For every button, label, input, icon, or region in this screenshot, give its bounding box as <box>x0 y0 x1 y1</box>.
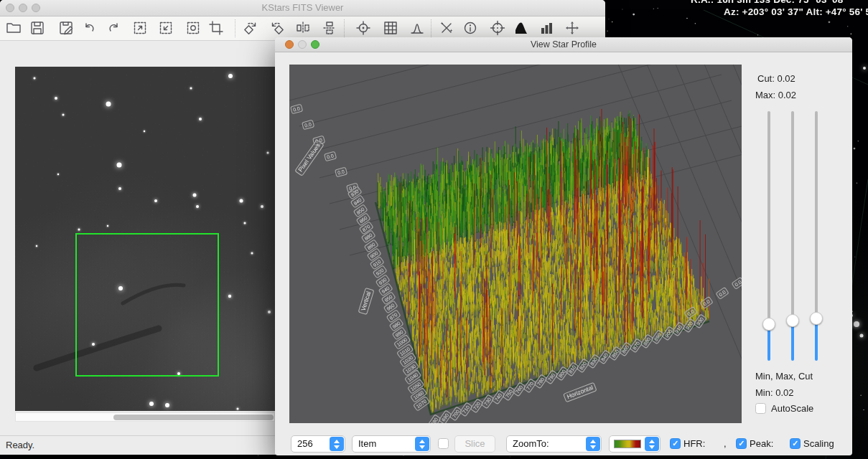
view-star-profile-window: View Star Profile 0.00.00.00.00.00.08308… <box>275 37 852 455</box>
zoomto-value: ZoomTo: <box>513 436 549 452</box>
autoscale-label: AutoScale <box>771 403 813 414</box>
item-value: Item <box>358 436 376 452</box>
star-selection-rectangle[interactable] <box>75 233 219 377</box>
peak-checkbox[interactable] <box>736 438 747 449</box>
spinbox-stepper[interactable] <box>330 437 344 451</box>
histogram-icon <box>513 20 529 36</box>
toolbar-separator <box>235 19 235 37</box>
horizontal-scrollbar[interactable] <box>15 412 275 422</box>
min-value-label: Min: 0.02 <box>755 387 793 398</box>
view-star-profile-button[interactable] <box>409 20 426 37</box>
slider-track <box>767 111 770 324</box>
center-telescope-button[interactable] <box>355 20 373 37</box>
zoom-out-icon <box>158 20 174 36</box>
star-profile-3d-plot[interactable]: 0.00.00.00.00.00.08308408508608708808909… <box>289 65 742 423</box>
slice-button[interactable]: Slice <box>454 435 495 453</box>
toolbar-separator <box>431 19 431 37</box>
save-as-button[interactable] <box>58 20 75 37</box>
scaling-label: Scaling <box>803 435 834 453</box>
zoom-in-button[interactable] <box>132 20 149 37</box>
rotate-left-button[interactable] <box>269 20 286 37</box>
step-up-icon <box>419 440 425 443</box>
center-telescope-icon <box>355 20 371 36</box>
statistics-icon <box>538 20 554 36</box>
sliders-caption: Min, Max, Cut <box>755 371 813 382</box>
rotate-right-button[interactable] <box>243 20 260 37</box>
zoom-out-button[interactable] <box>158 20 175 37</box>
slider-track <box>815 111 818 318</box>
sample-size-value: 256 <box>297 436 313 452</box>
view-pixel-grid-button[interactable] <box>383 20 400 37</box>
fits-image-view[interactable] <box>15 67 275 411</box>
item-combobox[interactable]: Item <box>352 435 431 453</box>
zoomto-combobox[interactable]: ZoomTo: <box>506 435 602 453</box>
flip-vertical-icon <box>322 20 337 36</box>
zoom-default-icon <box>185 20 201 36</box>
skymap-azalt-readout: Az: +203° 03' 37" Alt: +47° 56' 5 <box>724 6 868 17</box>
slider-knob[interactable] <box>810 312 823 325</box>
open-file-button[interactable] <box>6 20 23 37</box>
hfr-label: HFR: <box>683 435 705 453</box>
min-slider[interactable] <box>762 111 776 369</box>
window-title: View Star Profile <box>275 37 852 52</box>
scaling-checkbox[interactable] <box>790 438 801 449</box>
undo-button[interactable] <box>81 20 98 37</box>
peak-label: Peak: <box>750 435 773 453</box>
surface-plot-canvas <box>289 65 742 423</box>
combo-stepper[interactable] <box>586 437 600 451</box>
color-gradient-swatch <box>614 440 641 448</box>
window-title: KStars FITS Viewer <box>0 0 605 16</box>
undo-icon <box>81 20 97 36</box>
step-down-icon <box>649 445 655 449</box>
view-star-profile-icon <box>409 20 425 36</box>
crop-button[interactable] <box>208 20 225 37</box>
step-up-icon <box>334 440 340 443</box>
rotate-right-icon <box>243 20 258 36</box>
toolbar-separator <box>344 19 345 37</box>
sample-size-spinbox[interactable]: 256 <box>291 435 345 453</box>
open-file-icon <box>6 20 22 36</box>
slider-knob[interactable] <box>786 314 799 327</box>
slice-checkbox[interactable] <box>438 438 449 449</box>
slider-knob[interactable] <box>762 318 775 331</box>
flip-vertical-button[interactable] <box>322 20 339 37</box>
step-down-icon <box>419 445 425 449</box>
slider-track <box>791 111 794 321</box>
pan-mode-icon <box>564 20 580 36</box>
cut-slider[interactable] <box>809 111 823 369</box>
color-scheme-combobox[interactable] <box>609 435 661 453</box>
step-down-icon <box>590 445 596 449</box>
max-slider[interactable] <box>785 111 800 369</box>
fits-info-button[interactable] <box>462 20 480 37</box>
autoscale-checkbox[interactable] <box>755 403 766 414</box>
mark-stars-icon <box>439 20 454 36</box>
view-crosshair-button[interactable] <box>490 20 507 37</box>
skymap-radec-readout: R.A.: 16h 3m 13s Dec: 75° 03' 08" <box>691 0 848 5</box>
max-value-label: Max: 0.02 <box>755 90 796 100</box>
crop-icon <box>208 20 224 36</box>
mark-stars-button[interactable] <box>439 20 456 37</box>
histogram-button[interactable] <box>513 20 531 37</box>
hfr-checkbox[interactable] <box>670 438 681 449</box>
combo-stepper[interactable] <box>645 437 659 451</box>
view-crosshair-icon <box>490 20 505 36</box>
flip-horizontal-button[interactable] <box>295 20 312 37</box>
redo-button[interactable] <box>106 20 123 37</box>
step-down-icon <box>334 445 340 449</box>
step-up-icon <box>590 440 596 443</box>
rotate-left-icon <box>269 20 285 36</box>
zoom-in-icon <box>132 20 148 36</box>
zoom-default-button[interactable] <box>185 20 202 37</box>
save-icon <box>29 20 45 36</box>
combo-stepper[interactable] <box>415 437 429 451</box>
step-up-icon <box>649 440 655 443</box>
scrollbar-thumb[interactable] <box>113 415 274 420</box>
save-button[interactable] <box>29 20 47 37</box>
statistics-button[interactable] <box>538 20 556 37</box>
cut-value-label: Cut: 0.02 <box>757 73 795 84</box>
pan-mode-button[interactable] <box>564 20 582 37</box>
save-as-icon <box>58 20 74 36</box>
redo-icon <box>106 20 122 36</box>
fits-viewer-titlebar[interactable]: KStars FITS Viewer <box>0 0 605 16</box>
profile-titlebar[interactable]: View Star Profile <box>275 37 852 52</box>
